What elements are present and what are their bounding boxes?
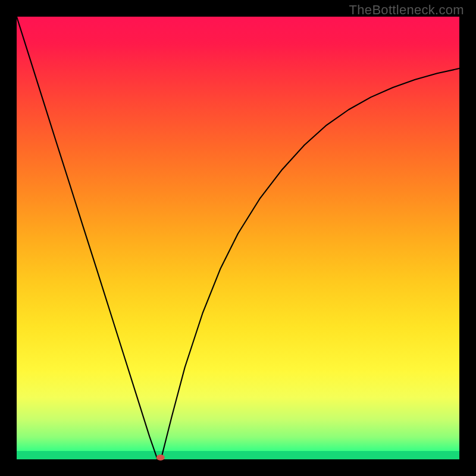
plot-area: [17, 17, 459, 459]
curve-svg: [17, 17, 459, 459]
watermark-text: TheBottleneck.com: [349, 2, 464, 18]
minimum-marker-icon: [156, 455, 165, 461]
curve-right-branch: [161, 68, 459, 459]
curve-left-branch: [17, 17, 158, 459]
chart-outer-frame: TheBottleneck.com: [0, 0, 476, 476]
